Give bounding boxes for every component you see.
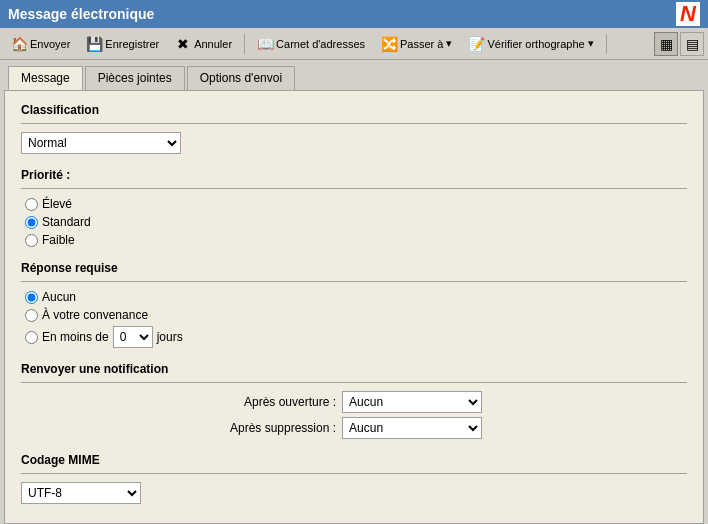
priority-high-item[interactable]: Élevé (25, 197, 687, 211)
send-icon: 🏠 (11, 36, 27, 52)
priority-standard-radio[interactable] (25, 216, 38, 229)
mime-select[interactable]: UTF-8 ISO-8859-1 US-ASCII (21, 482, 141, 504)
cancel-button[interactable]: ✖ Annuler (168, 31, 239, 57)
save-button[interactable]: 💾 Enregistrer (79, 31, 166, 57)
reply-days-item[interactable]: En moins de 0 1 2 3 5 7 jours (25, 326, 687, 348)
mime-divider (21, 473, 687, 474)
send-button[interactable]: 🏠 Envoyer (4, 31, 77, 57)
cancel-icon: ✖ (175, 36, 191, 52)
spell-check-icon: 📝 (468, 36, 484, 52)
notification-divider (21, 382, 687, 383)
save-label: Enregistrer (105, 38, 159, 50)
priority-title: Priorité : (21, 168, 687, 182)
reply-days-radio[interactable] (25, 331, 38, 344)
address-book-button[interactable]: 📖 Carnet d'adresses (250, 31, 372, 57)
en-moins-row: En moins de 0 1 2 3 5 7 jours (42, 326, 183, 348)
spell-check-chevron-icon: ▾ (588, 37, 594, 50)
priority-high-label: Élevé (42, 197, 72, 211)
spell-check-button[interactable]: 📝 Vérifier orthographe ▾ (461, 31, 600, 57)
tab-container: Message Pièces jointes Options d'envoi C… (0, 60, 708, 524)
reply-none-item[interactable]: Aucun (25, 290, 687, 304)
after-delete-label: Après suppression : (25, 421, 336, 435)
separator-1 (244, 34, 245, 54)
classification-select[interactable]: Normal Confidentiel Secret (21, 132, 181, 154)
address-book-icon: 📖 (257, 36, 273, 52)
tab-attachments[interactable]: Pièces jointes (85, 66, 185, 90)
tab-message[interactable]: Message (8, 66, 83, 90)
priority-radio-group: Élevé Standard Faible (21, 197, 687, 247)
switch-to-button[interactable]: 🔀 Passer à ▾ (374, 31, 459, 57)
priority-divider (21, 188, 687, 189)
separator-2 (606, 34, 607, 54)
priority-standard-label: Standard (42, 215, 91, 229)
address-book-label: Carnet d'adresses (276, 38, 365, 50)
notification-section: Renvoyer une notification Après ouvertur… (21, 362, 687, 439)
reply-convenient-label: À votre convenance (42, 308, 148, 322)
view-list-button[interactable]: ▤ (680, 32, 704, 56)
app-logo: N (676, 2, 700, 26)
reply-required-section: Réponse requise Aucun À votre convenance… (21, 261, 687, 348)
switch-chevron-icon: ▾ (446, 37, 452, 50)
reply-none-radio[interactable] (25, 291, 38, 304)
reply-required-title: Réponse requise (21, 261, 687, 275)
classification-section: Classification Normal Confidentiel Secre… (21, 103, 687, 154)
main-content: Classification Normal Confidentiel Secre… (4, 90, 704, 524)
mime-title: Codage MIME (21, 453, 687, 467)
mime-section: Codage MIME UTF-8 ISO-8859-1 US-ASCII (21, 453, 687, 504)
save-icon: 💾 (86, 36, 102, 52)
switch-icon: 🔀 (381, 36, 397, 52)
priority-low-item[interactable]: Faible (25, 233, 687, 247)
priority-section: Priorité : Élevé Standard Faible (21, 168, 687, 247)
after-open-label: Après ouverture : (25, 395, 336, 409)
window-title: Message électronique (8, 6, 154, 22)
notification-title: Renvoyer une notification (21, 362, 687, 376)
view-table-button[interactable]: ▦ (654, 32, 678, 56)
priority-high-radio[interactable] (25, 198, 38, 211)
after-open-select[interactable]: Aucun Confirmer lecture Confirmer livrai… (342, 391, 482, 413)
days-select[interactable]: 0 1 2 3 5 7 (113, 326, 153, 348)
send-label: Envoyer (30, 38, 70, 50)
tab-send-options[interactable]: Options d'envoi (187, 66, 295, 90)
days-unit-label: jours (157, 330, 183, 344)
reply-days-label: En moins de (42, 330, 109, 344)
cancel-label: Annuler (194, 38, 232, 50)
notify-table: Après ouverture : Aucun Confirmer lectur… (21, 391, 687, 439)
title-bar: Message électronique N (0, 0, 708, 28)
priority-low-label: Faible (42, 233, 75, 247)
reply-convenient-item[interactable]: À votre convenance (25, 308, 687, 322)
tab-bar: Message Pièces jointes Options d'envoi (0, 60, 708, 90)
priority-standard-item[interactable]: Standard (25, 215, 687, 229)
priority-low-radio[interactable] (25, 234, 38, 247)
reply-convenient-radio[interactable] (25, 309, 38, 322)
reply-required-divider (21, 281, 687, 282)
after-delete-select[interactable]: Aucun Confirmer suppression (342, 417, 482, 439)
spell-check-label: Vérifier orthographe (487, 38, 584, 50)
view-buttons: ▦ ▤ (654, 32, 704, 56)
switch-to-label: Passer à (400, 38, 443, 50)
classification-divider (21, 123, 687, 124)
toolbar: 🏠 Envoyer 💾 Enregistrer ✖ Annuler 📖 Carn… (0, 28, 708, 60)
classification-title: Classification (21, 103, 687, 117)
reply-none-label: Aucun (42, 290, 76, 304)
reply-radio-group: Aucun À votre convenance En moins de 0 1… (21, 290, 687, 348)
